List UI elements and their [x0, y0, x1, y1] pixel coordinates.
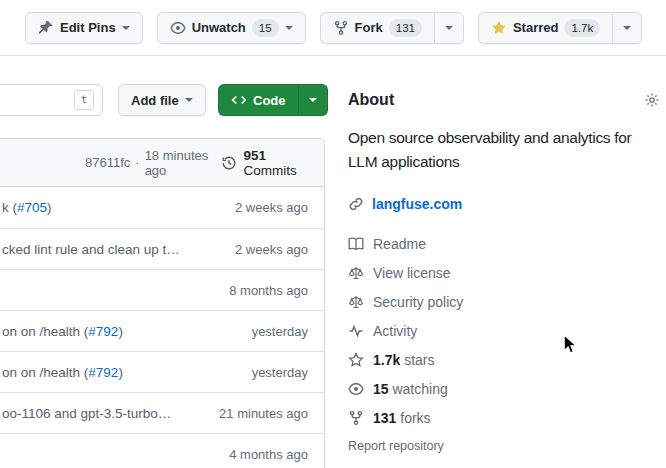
eye-icon — [348, 381, 364, 397]
code-button[interactable]: Code — [218, 84, 298, 116]
mouse-cursor — [563, 334, 578, 355]
latest-commit-bar: 87611fc · 18 minutes ago 951 Commits — [0, 139, 324, 187]
repo-description: Open source observability and analytics … — [348, 126, 660, 174]
code-dropdown-button[interactable] — [298, 84, 328, 116]
watching-link[interactable]: 15 watching — [348, 374, 660, 403]
repo-action-bar: Edit Pins Unwatch 15 Fork 131 — [0, 0, 666, 56]
shortcut-key-t: t — [74, 90, 94, 110]
chevron-down-icon — [445, 26, 453, 30]
starred-label: Starred — [513, 20, 559, 35]
law-icon — [348, 265, 364, 281]
commits-count-label: Commits — [244, 163, 297, 178]
fork-button-group: Fork 131 — [320, 12, 464, 44]
about-title: About — [348, 91, 394, 109]
code-label: Code — [253, 93, 286, 108]
readme-link[interactable]: Readme — [348, 229, 660, 258]
starred-button[interactable]: Starred 1.7k — [478, 12, 612, 44]
commits-count: 951 Commits — [244, 148, 309, 178]
pin-icon — [38, 20, 54, 36]
add-file-button[interactable]: Add file — [118, 84, 206, 116]
file-row: k (#705) 2 weeks ago — [0, 187, 324, 228]
eye-icon — [170, 20, 186, 36]
file-row: cked lint rule and clean up t… 2 weeks a… — [0, 228, 324, 269]
chevron-down-icon — [309, 98, 317, 102]
view-license-link[interactable]: View license — [348, 258, 660, 287]
commit-time: 2 weeks ago — [223, 242, 308, 257]
law-icon — [348, 294, 364, 310]
github-repo-page: Edit Pins Unwatch 15 Fork 131 — [0, 0, 666, 468]
security-policy-link[interactable]: Security policy — [348, 287, 660, 316]
commit-time: 21 minutes ago — [207, 406, 308, 421]
issue-link[interactable]: #792 — [88, 324, 118, 339]
chevron-down-icon — [122, 26, 130, 30]
file-row: on on /health (#792) yesterday — [0, 310, 324, 351]
star-button-group: Starred 1.7k — [478, 12, 642, 44]
commit-message-link[interactable]: on on /health (#792) — [2, 324, 123, 339]
fork-icon — [348, 410, 364, 426]
star-filled-icon — [491, 20, 507, 36]
star-dropdown-button[interactable] — [612, 12, 642, 44]
website-link[interactable]: langfuse.com — [348, 192, 660, 216]
about-section: About Open source observability and anal… — [348, 88, 660, 453]
stars-link[interactable]: 1.7k stars — [348, 345, 660, 374]
fork-icon — [333, 20, 349, 36]
stars-count-badge: 1.7k — [564, 19, 600, 37]
file-table: 87611fc · 18 minutes ago 951 Commits k (… — [0, 138, 325, 468]
file-row: oo-1106 and gpt-3.5-turbo… 21 minutes ag… — [0, 392, 324, 433]
commit-time: 18 minutes ago — [145, 148, 221, 178]
edit-pins-label: Edit Pins — [60, 20, 116, 35]
code-button-group: Code — [218, 84, 328, 116]
issue-link[interactable]: #705 — [17, 200, 47, 215]
activity-link[interactable]: Activity — [348, 316, 660, 345]
file-row: on on /health (#792) yesterday — [0, 351, 324, 392]
commit-time: 4 months ago — [217, 447, 308, 462]
file-row: 4 months ago — [0, 433, 324, 468]
code-icon — [231, 92, 247, 108]
unwatch-label: Unwatch — [192, 20, 246, 35]
add-file-label: Add file — [131, 93, 179, 108]
separator-dot: · — [135, 155, 139, 170]
about-header: About — [348, 88, 660, 112]
fork-label: Fork — [355, 20, 383, 35]
book-icon — [348, 236, 364, 252]
forks-count-badge: 131 — [389, 19, 422, 37]
commit-sha-link[interactable]: 87611fc — [85, 155, 130, 170]
chevron-down-icon — [185, 98, 193, 102]
commit-message-link[interactable]: oo-1106 and gpt-3.5-turbo… — [2, 406, 171, 421]
commit-time: yesterday — [240, 365, 308, 380]
commit-message-link[interactable]: on on /health (#792) — [2, 365, 123, 380]
forks-link[interactable]: 131 forks — [348, 403, 660, 432]
go-to-file-input[interactable]: t — [0, 84, 103, 116]
about-links-list: Readme View license Security policy Acti… — [348, 229, 660, 432]
pulse-icon — [348, 323, 364, 339]
fork-button[interactable]: Fork 131 — [320, 12, 434, 44]
link-icon — [348, 196, 364, 212]
unwatch-button[interactable]: Unwatch 15 — [157, 12, 306, 44]
star-outline-icon — [348, 352, 364, 368]
commit-message-link[interactable]: cked lint rule and clean up t… — [2, 242, 180, 257]
commit-time: yesterday — [240, 324, 308, 339]
commit-message-link[interactable]: k (#705) — [2, 200, 52, 215]
issue-link[interactable]: #792 — [88, 365, 118, 380]
commit-time: 8 months ago — [217, 283, 308, 298]
commits-count-number: 951 — [244, 148, 267, 163]
chevron-down-icon — [285, 26, 293, 30]
chevron-down-icon — [623, 26, 631, 30]
commit-time: 2 weeks ago — [223, 200, 308, 215]
edit-pins-button[interactable]: Edit Pins — [25, 12, 143, 44]
website-url: langfuse.com — [372, 196, 462, 212]
gear-icon[interactable] — [644, 92, 660, 108]
report-repository-link[interactable]: Report repository — [348, 439, 660, 453]
history-icon — [221, 155, 237, 171]
commit-history-link[interactable]: 951 Commits — [221, 148, 309, 178]
watchers-count-badge: 15 — [252, 19, 279, 37]
file-row: 8 months ago — [0, 269, 324, 310]
fork-dropdown-button[interactable] — [434, 12, 464, 44]
